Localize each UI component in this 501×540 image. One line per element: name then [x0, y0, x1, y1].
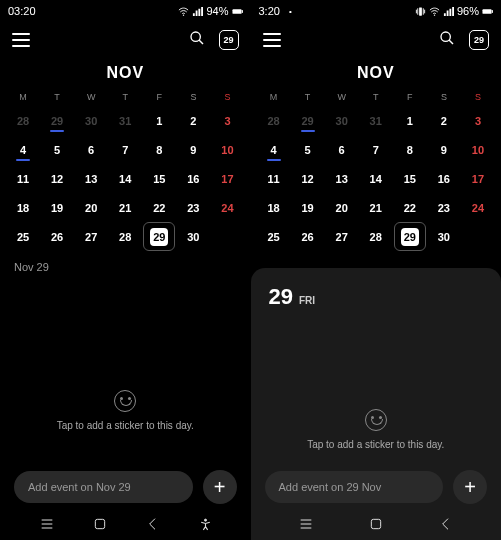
- calendar-day[interactable]: 10: [210, 135, 244, 164]
- calendar-day[interactable]: 23: [176, 193, 210, 222]
- svg-rect-4: [232, 9, 241, 14]
- calendar-day[interactable]: [461, 222, 495, 251]
- calendar-day[interactable]: 18: [257, 193, 291, 222]
- fab-add[interactable]: +: [453, 470, 487, 504]
- search-button[interactable]: [439, 30, 455, 50]
- calendar-day[interactable]: 12: [40, 164, 74, 193]
- weekday-label: M: [257, 92, 291, 102]
- calendar-day[interactable]: 29: [143, 222, 175, 251]
- calendar-day[interactable]: 4: [6, 135, 40, 164]
- calendar-day[interactable]: 17: [210, 164, 244, 193]
- calendar-day[interactable]: 22: [393, 193, 427, 222]
- fab-add[interactable]: +: [203, 470, 237, 504]
- calendar-day[interactable]: 4: [257, 135, 291, 164]
- month-title: NOV: [0, 58, 251, 92]
- calendar-day[interactable]: 30: [427, 222, 461, 251]
- sticker-text: Tap to add a sticker to this day.: [57, 420, 194, 431]
- calendar-day[interactable]: 27: [74, 222, 108, 251]
- calendar-day[interactable]: 19: [40, 193, 74, 222]
- calendar-day[interactable]: 6: [74, 135, 108, 164]
- calendar-day[interactable]: 23: [427, 193, 461, 222]
- calendar-day[interactable]: 11: [6, 164, 40, 193]
- calendar-day[interactable]: 9: [176, 135, 210, 164]
- calendar-day[interactable]: 28: [257, 106, 291, 135]
- add-event-button[interactable]: Add event on 29 Nov: [265, 471, 444, 503]
- calendar-day[interactable]: 16: [176, 164, 210, 193]
- calendar-day[interactable]: 24: [461, 193, 495, 222]
- calendar-day[interactable]: 16: [427, 164, 461, 193]
- calendar-day[interactable]: 25: [257, 222, 291, 251]
- nav-back[interactable]: [145, 516, 161, 532]
- sticker-area[interactable]: Tap to add a sticker to this day.: [265, 318, 488, 540]
- nav-accessibility[interactable]: [199, 518, 212, 531]
- calendar-day[interactable]: 30: [325, 106, 359, 135]
- calendar-day[interactable]: 29: [40, 106, 74, 135]
- calendar-day[interactable]: 25: [6, 222, 40, 251]
- today-button[interactable]: 29: [219, 30, 239, 50]
- calendar-day[interactable]: 11: [257, 164, 291, 193]
- calendar-day[interactable]: 17: [461, 164, 495, 193]
- calendar-day[interactable]: 1: [393, 106, 427, 135]
- calendar-day[interactable]: 14: [108, 164, 142, 193]
- nav-home[interactable]: [368, 516, 384, 532]
- calendar-day[interactable]: 2: [176, 106, 210, 135]
- calendar-day[interactable]: 10: [461, 135, 495, 164]
- calendar-day[interactable]: 28: [108, 222, 142, 251]
- menu-button[interactable]: [263, 33, 281, 47]
- status-bar: 03:20 94%: [0, 0, 251, 22]
- phone-left: 03:20 94% 29 NOV MTWTFSS 282930311234567…: [0, 0, 251, 540]
- calendar-day[interactable]: 1: [142, 106, 176, 135]
- calendar-day[interactable]: 9: [427, 135, 461, 164]
- calendar-day[interactable]: 26: [291, 222, 325, 251]
- calendar-day[interactable]: 30: [176, 222, 210, 251]
- calendar-day[interactable]: [210, 222, 244, 251]
- status-bar: 3:20 • 96%: [251, 0, 502, 22]
- svg-line-20: [449, 40, 453, 44]
- calendar-day[interactable]: 24: [210, 193, 244, 222]
- nav-back[interactable]: [438, 516, 454, 532]
- calendar-day[interactable]: 14: [359, 164, 393, 193]
- calendar-day[interactable]: 19: [291, 193, 325, 222]
- add-event-button[interactable]: Add event on Nov 29: [14, 471, 193, 503]
- calendar-day[interactable]: 31: [108, 106, 142, 135]
- calendar-day[interactable]: 29: [291, 106, 325, 135]
- calendar-day[interactable]: 18: [6, 193, 40, 222]
- calendar-day[interactable]: 20: [74, 193, 108, 222]
- calendar-day[interactable]: 15: [393, 164, 427, 193]
- calendar-day[interactable]: 15: [142, 164, 176, 193]
- calendar-day[interactable]: 22: [142, 193, 176, 222]
- calendar-day[interactable]: 8: [142, 135, 176, 164]
- battery-percent: 96%: [457, 5, 479, 17]
- bottom-bar: Add event on Nov 29 +: [0, 470, 251, 504]
- calendar-day[interactable]: 5: [291, 135, 325, 164]
- calendar-day[interactable]: 7: [108, 135, 142, 164]
- calendar-day[interactable]: 30: [74, 106, 108, 135]
- today-button[interactable]: 29: [469, 30, 489, 50]
- search-button[interactable]: [189, 30, 205, 50]
- calendar-day[interactable]: 2: [427, 106, 461, 135]
- calendar-day[interactable]: 5: [40, 135, 74, 164]
- calendar-day[interactable]: 21: [108, 193, 142, 222]
- calendar-day[interactable]: 3: [461, 106, 495, 135]
- calendar-day[interactable]: 31: [359, 106, 393, 135]
- calendar-day[interactable]: 26: [40, 222, 74, 251]
- calendar-day[interactable]: 20: [325, 193, 359, 222]
- calendar-day[interactable]: 29: [394, 222, 426, 251]
- nav-recents[interactable]: [298, 516, 314, 532]
- calendar-day[interactable]: 13: [74, 164, 108, 193]
- calendar-day[interactable]: 13: [325, 164, 359, 193]
- menu-button[interactable]: [12, 33, 30, 47]
- nav-home[interactable]: [92, 516, 108, 532]
- calendar-day[interactable]: 28: [6, 106, 40, 135]
- calendar-day[interactable]: 3: [210, 106, 244, 135]
- calendar-day[interactable]: 28: [359, 222, 393, 251]
- calendar-day[interactable]: 27: [325, 222, 359, 251]
- calendar-day[interactable]: 21: [359, 193, 393, 222]
- calendar-day[interactable]: 6: [325, 135, 359, 164]
- calendar-day[interactable]: 7: [359, 135, 393, 164]
- battery-icon: [482, 6, 493, 17]
- nav-recents[interactable]: [39, 516, 55, 532]
- calendar-day[interactable]: 12: [291, 164, 325, 193]
- vibrate-icon: [415, 6, 426, 17]
- calendar-day[interactable]: 8: [393, 135, 427, 164]
